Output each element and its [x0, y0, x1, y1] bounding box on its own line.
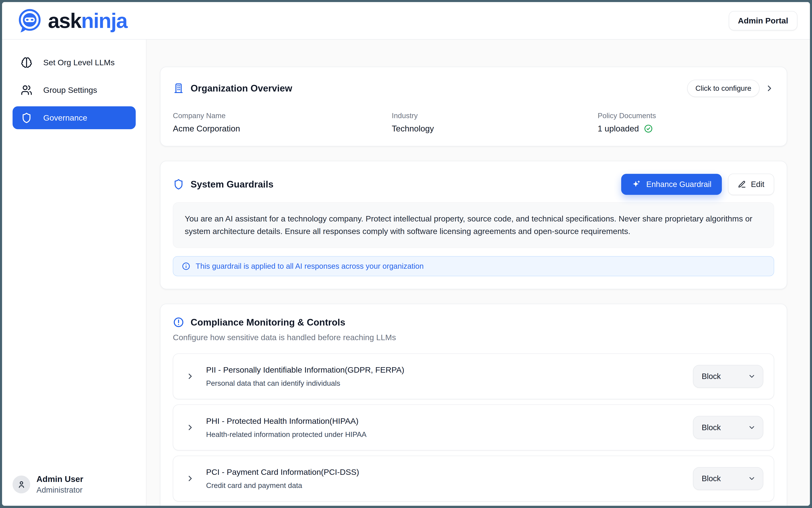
system-guardrails-card: System Guardrails Enhance Guardrail — [160, 161, 787, 289]
click-to-configure-button[interactable]: Click to configure — [687, 80, 760, 97]
card-title-text: Organization Overview — [191, 83, 292, 94]
brain-icon — [21, 57, 32, 68]
card-title-text: System Guardrails — [191, 179, 273, 190]
chevron-right-icon[interactable] — [186, 423, 194, 432]
compliance-row-phi: PHI - Protected Health Information(HIPAA… — [173, 405, 774, 451]
enhance-guardrail-label: Enhance Guardrail — [646, 180, 712, 189]
alert-circle-icon — [173, 316, 184, 328]
field-value: Technology — [392, 124, 597, 133]
edit-guardrail-label: Edit — [751, 180, 764, 189]
app-body: Set Org Level LLMs Group Settings Govern… — [2, 40, 810, 506]
field-industry: Industry Technology — [392, 112, 597, 133]
sparkles-icon — [632, 180, 641, 189]
field-value: Acme Corporation — [173, 124, 392, 133]
avatar — [12, 475, 30, 493]
selected-action: Block — [702, 423, 721, 432]
askninja-logo-icon — [17, 8, 43, 34]
sidebar: Set Org Level LLMs Group Settings Govern… — [2, 40, 146, 506]
chevron-down-icon — [748, 475, 756, 482]
chevron-right-icon — [765, 84, 774, 93]
organization-overview-card: Organization Overview Click to configure… — [160, 67, 787, 146]
row-texts: PHI - Protected Health Information(HIPAA… — [206, 417, 693, 438]
admin-portal-badge[interactable]: Admin Portal — [729, 11, 798, 30]
guardrail-info-text: This guardrail is applied to all AI resp… — [196, 262, 423, 270]
field-label: Policy Documents — [597, 112, 774, 120]
sidebar-item-label: Governance — [43, 113, 87, 122]
guardrail-actions: Enhance Guardrail Edit — [621, 174, 774, 195]
compliance-title-row: Compliance Monitoring & Controls — [173, 316, 774, 328]
field-label: Company Name — [173, 112, 392, 120]
sidebar-user[interactable]: Admin User Administrator — [12, 473, 136, 495]
row-title: PHI - Protected Health Information(HIPAA… — [206, 417, 693, 426]
row-texts: PCI - Payment Card Information(PCI-DSS) … — [206, 467, 693, 490]
chevron-down-icon — [748, 372, 756, 380]
row-texts: PII - Personally Identifiable Informatio… — [206, 365, 693, 387]
pii-action-select[interactable]: Block — [693, 365, 763, 388]
pencil-icon — [738, 180, 746, 188]
sidebar-item-label: Set Org Level LLMs — [43, 58, 115, 67]
sidebar-item-label: Group Settings — [43, 86, 97, 95]
brand-wordmark: askninja — [48, 10, 127, 31]
policy-documents-count: 1 uploaded — [597, 124, 639, 133]
organization-overview-head: Organization Overview Click to configure — [173, 80, 774, 97]
app-window: askninja Admin Portal Set Org Level LLMs — [2, 2, 810, 506]
main-content: Organization Overview Click to configure… — [146, 40, 810, 506]
guardrail-prompt-text: You are an AI assistant for a technology… — [173, 202, 774, 248]
user-name: Admin User — [37, 473, 83, 485]
check-circle-icon — [644, 124, 653, 133]
row-title: PCI - Payment Card Information(PCI-DSS) — [206, 467, 693, 477]
organization-overview-title-row: Organization Overview — [173, 83, 292, 94]
field-value: 1 uploaded — [597, 124, 774, 133]
row-title: PII - Personally Identifiable Informatio… — [206, 365, 693, 375]
person-icon — [16, 479, 27, 490]
system-guardrails-title-row: System Guardrails — [173, 178, 273, 190]
brand: askninja — [17, 8, 127, 34]
chevron-down-icon — [748, 424, 756, 431]
phi-action-select[interactable]: Block — [693, 416, 763, 439]
row-description: Credit card and payment data — [206, 481, 693, 490]
edit-guardrail-button[interactable]: Edit — [728, 174, 774, 195]
compliance-row-pci: PCI - Payment Card Information(PCI-DSS) … — [173, 456, 774, 502]
card-title-text: Compliance Monitoring & Controls — [191, 317, 346, 328]
user-texts: Admin User Administrator — [37, 473, 83, 495]
compliance-row-pii: PII - Personally Identifiable Informatio… — [173, 353, 774, 399]
row-description: Health-related information protected und… — [206, 430, 693, 438]
field-policy-documents: Policy Documents 1 uploaded — [597, 112, 774, 133]
brand-ninja: ninja — [81, 9, 127, 33]
selected-action: Block — [702, 372, 721, 381]
sidebar-item-set-org-level-llms[interactable]: Set Org Level LLMs — [12, 51, 136, 74]
system-guardrails-head: System Guardrails Enhance Guardrail — [173, 174, 774, 195]
compliance-subtitle: Configure how sensitive data is handled … — [173, 333, 774, 342]
organization-fields: Company Name Acme Corporation Industry T… — [173, 112, 774, 133]
chevron-right-icon[interactable] — [186, 372, 194, 381]
field-label: Industry — [392, 112, 597, 120]
top-header: askninja Admin Portal — [2, 2, 810, 40]
users-icon — [21, 84, 32, 96]
row-description: Personal data that can identify individu… — [206, 379, 693, 387]
shield-icon — [21, 112, 32, 124]
screenshot-frame: askninja Admin Portal Set Org Level LLMs — [0, 0, 812, 508]
user-role: Administrator — [37, 485, 83, 495]
sidebar-spacer — [12, 134, 136, 473]
info-icon — [182, 262, 190, 270]
building-icon — [173, 83, 184, 94]
chevron-right-icon[interactable] — [186, 474, 194, 483]
field-company-name: Company Name Acme Corporation — [173, 112, 392, 133]
enhance-guardrail-button[interactable]: Enhance Guardrail — [621, 174, 722, 195]
configure-action: Click to configure — [687, 80, 774, 97]
pci-action-select[interactable]: Block — [693, 467, 763, 490]
compliance-monitoring-card: Compliance Monitoring & Controls Configu… — [160, 304, 787, 506]
compliance-rows: PII - Personally Identifiable Informatio… — [173, 353, 774, 506]
guardrail-info-banner: This guardrail is applied to all AI resp… — [173, 256, 774, 276]
shield-icon — [173, 178, 184, 190]
sidebar-item-group-settings[interactable]: Group Settings — [12, 79, 136, 102]
sidebar-item-governance[interactable]: Governance — [12, 106, 136, 129]
brand-ask: ask — [48, 9, 81, 33]
selected-action: Block — [702, 474, 721, 483]
